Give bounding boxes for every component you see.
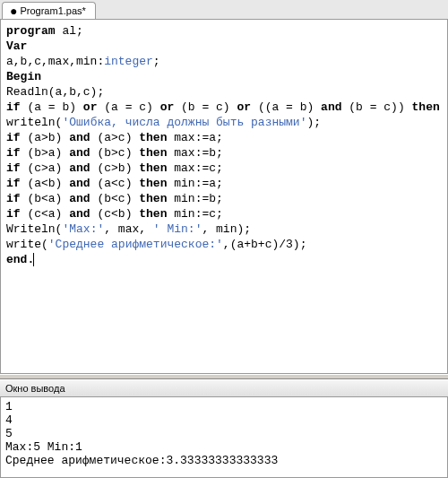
code-text: min:=b; xyxy=(167,192,222,205)
keyword: if xyxy=(6,161,21,175)
keyword: then xyxy=(139,146,167,160)
code-text: (b>c) xyxy=(90,146,140,160)
code-editor[interactable]: program al; Var a,b,c,max,min:integer; B… xyxy=(0,20,448,374)
code-text: (a>c) xyxy=(90,131,140,144)
keyword: and xyxy=(321,100,341,114)
tab-bar: ● Program1.pas* xyxy=(0,0,448,20)
string-literal: 'Max:' xyxy=(62,222,104,236)
keyword: or xyxy=(237,100,251,114)
code-text: (a<b) xyxy=(21,177,70,190)
code-text: ; xyxy=(153,55,160,68)
code-text: (a = c) xyxy=(97,100,159,114)
code-text: ((a = b) xyxy=(251,100,321,114)
keyword: or xyxy=(160,100,175,114)
output-panel-title: Окно вывода xyxy=(0,379,448,397)
keyword: if xyxy=(6,100,21,114)
keyword: if xyxy=(6,192,21,205)
code-text: (b>a) xyxy=(21,146,70,160)
output-panel[interactable]: 1 4 5 Max:5 Min:1 Среднее арифметическое… xyxy=(0,397,448,478)
code-text: Readln(a,b,c); xyxy=(6,85,104,99)
code-text: writeln( xyxy=(6,116,62,129)
code-text: (b<a) xyxy=(21,192,70,205)
keyword: then xyxy=(139,131,167,144)
keyword: then xyxy=(139,207,167,221)
code-text: (a>b) xyxy=(21,131,70,144)
code-text: (c>b) xyxy=(90,161,140,175)
string-literal: ' Min:' xyxy=(153,222,202,236)
keyword: or xyxy=(83,100,98,114)
keyword: and xyxy=(69,146,90,160)
keyword: and xyxy=(69,207,90,221)
code-text: max:=c; xyxy=(167,161,222,175)
keyword: if xyxy=(6,131,21,144)
keyword: Var xyxy=(6,39,27,53)
code-text: (a = b) xyxy=(21,100,83,114)
file-tab[interactable]: ● Program1.pas* xyxy=(2,2,96,19)
code-text: , min); xyxy=(202,222,251,236)
code-text: (c>a) xyxy=(21,161,70,175)
keyword: if xyxy=(6,207,21,221)
code-text: (c<b) xyxy=(90,207,140,221)
keyword: end. xyxy=(6,253,34,266)
dirty-indicator-icon: ● xyxy=(10,4,17,17)
keyword: if xyxy=(6,177,21,190)
code-text: Writeln( xyxy=(6,222,62,236)
code-text: , max, xyxy=(104,222,153,236)
code-text: (b = c) xyxy=(174,100,237,114)
type-name: integer xyxy=(104,55,153,68)
code-text: max:=b; xyxy=(167,146,222,160)
keyword: Begin xyxy=(6,70,41,83)
code-text: (a<c) xyxy=(90,177,140,190)
code-text: a,b,c,max,min: xyxy=(6,55,104,68)
code-text: ); xyxy=(306,116,321,129)
keyword: then xyxy=(139,192,167,205)
code-text: ,(a+b+c)/3); xyxy=(223,238,307,251)
code-text: (c<a) xyxy=(21,207,70,221)
string-literal: 'Среднее арифметическое:' xyxy=(48,238,223,251)
code-text: (b<c) xyxy=(90,192,140,205)
keyword: and xyxy=(69,131,90,144)
keyword: then xyxy=(139,177,167,190)
code-text: (b = c)) xyxy=(342,100,412,114)
keyword: and xyxy=(69,177,90,190)
keyword: then xyxy=(139,161,167,175)
code-text: min:=c; xyxy=(167,207,222,221)
keyword: program xyxy=(6,24,56,38)
code-text: write( xyxy=(6,238,48,251)
keyword: and xyxy=(69,192,90,205)
keyword: if xyxy=(6,146,21,160)
tab-title: Program1.pas* xyxy=(20,5,85,16)
keyword: then xyxy=(412,100,440,114)
keyword: and xyxy=(69,161,90,175)
code-text: min:=a; xyxy=(167,177,222,190)
code-text: al; xyxy=(56,24,83,38)
code-text: max:=a; xyxy=(167,131,222,144)
string-literal: 'Ошибка, числа должны быть разными' xyxy=(62,116,306,129)
